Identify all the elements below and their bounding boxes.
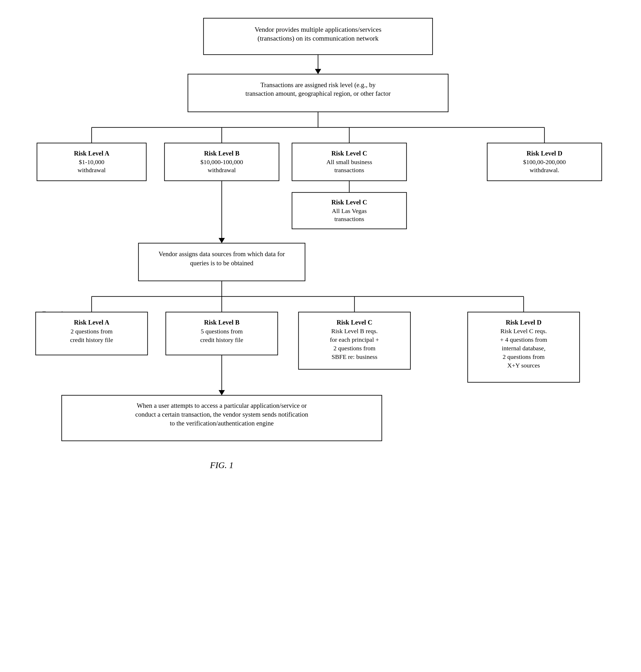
- rl2-d-desc2: + 4 questions from: [500, 336, 547, 343]
- box1-text: Vendor provides multiple applications/se…: [255, 26, 381, 33]
- b-to-box3-head: [219, 238, 225, 243]
- rl-c1-title: Risk Level C: [331, 150, 367, 157]
- rl2-d-title: Risk Level D: [506, 319, 542, 326]
- box3-text2: queries is to be obtained: [190, 260, 253, 267]
- flowchart-svg: Vendor provides multiple applications/se…: [21, 10, 620, 655]
- rl-a-desc2: withdrawal: [78, 167, 106, 173]
- rl-c2-title: Risk Level C: [331, 199, 367, 206]
- box1-text2: (transactions) on its communication netw…: [257, 34, 378, 42]
- rl2-a-desc1: 2 questions from: [70, 328, 113, 335]
- rl-d-desc2: withdrawal.: [530, 167, 559, 173]
- rl2-c-title: Risk Level C: [337, 319, 372, 326]
- b2-to-box4-head: [219, 390, 225, 395]
- rl-c1-desc1: All small business: [326, 159, 372, 165]
- rl2-c-desc4: SBFE re: business: [331, 353, 377, 360]
- rl2-a-title: Risk Level A: [74, 319, 109, 326]
- fig-label: FIG. 1: [209, 460, 233, 470]
- rl-c1-desc2: transactions: [334, 167, 364, 173]
- rl-c2-desc1: All Las Vegas: [331, 208, 366, 214]
- rl2-d-desc5: X+Y sources: [507, 362, 540, 369]
- rl-b-desc1: $10,000-100,000: [200, 159, 243, 165]
- arrow1-head: [315, 69, 321, 74]
- rl-a-title: Risk Level A: [74, 150, 109, 157]
- rl-c2-desc2: transactions: [334, 215, 364, 222]
- rl2-b-desc1: 5 questions from: [201, 328, 243, 335]
- rl2-c-desc1: Risk Level B reqs.: [331, 328, 378, 334]
- rl2-a-desc2: credit history file: [70, 337, 113, 343]
- rl2-d-desc4: 2 questions from: [503, 353, 545, 360]
- rl-d-title: Risk Level D: [527, 150, 562, 157]
- box3-text1: Vendor assigns data sources from which d…: [159, 250, 285, 257]
- diagram-container: Vendor provides multiple applications/se…: [21, 10, 620, 656]
- box2-text2: transaction amount, geographical region,…: [245, 90, 391, 97]
- rl2-d-desc3: internal database,: [502, 345, 545, 352]
- rl-a-desc1: $1-10,000: [79, 159, 104, 165]
- box4-text3: to the verification/authentication engin…: [170, 420, 274, 427]
- rl2-d-desc1: Risk Level C reqs.: [500, 328, 547, 334]
- rl-d-desc1: $100,00-200,000: [523, 159, 566, 165]
- box4-text2: conduct a certain transaction, the vendo…: [135, 411, 308, 418]
- rl-b-desc2: withdrawal: [208, 167, 236, 173]
- box4-text1: When a user attempts to access a particu…: [137, 402, 307, 409]
- rl2-b-title: Risk Level B: [204, 319, 239, 326]
- rl2-c-desc3: 2 questions from: [333, 345, 376, 352]
- rl2-c-desc2: for each principal +: [330, 336, 379, 343]
- rl-b-title: Risk Level B: [204, 150, 239, 157]
- rl2-b-desc2: credit history file: [200, 337, 243, 343]
- box2-text1: Transactions are assigned risk level (e.…: [260, 81, 376, 89]
